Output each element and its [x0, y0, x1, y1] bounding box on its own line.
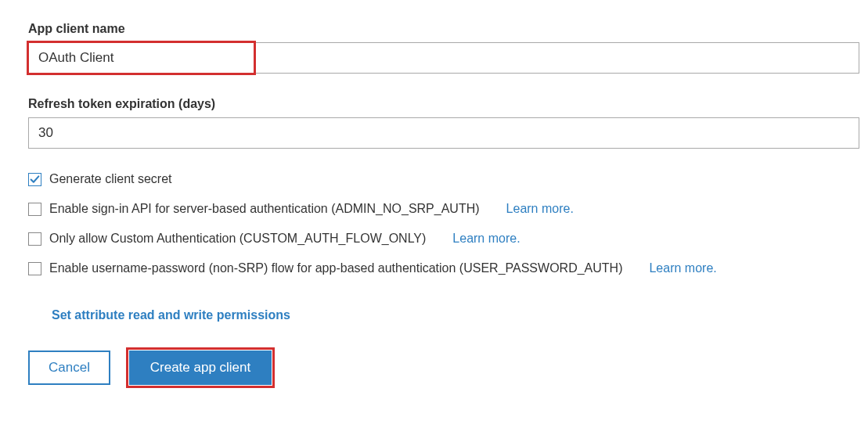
custom-auth-learn-more-link[interactable]: Learn more. — [452, 232, 520, 246]
admin-no-srp-label: Enable sign-in API for server-based auth… — [49, 202, 480, 216]
generate-secret-checkbox[interactable] — [28, 173, 41, 186]
user-password-auth-checkbox[interactable] — [28, 262, 41, 275]
app-client-name-input[interactable] — [28, 42, 859, 74]
custom-auth-checkbox[interactable] — [28, 232, 41, 246]
admin-no-srp-checkbox[interactable] — [28, 203, 41, 216]
button-row: Cancel Create app client — [28, 351, 868, 385]
user-password-auth-learn-more-link[interactable]: Learn more. — [649, 261, 716, 275]
user-password-auth-label: Enable username-password (non-SRP) flow … — [49, 261, 622, 275]
set-permissions-link[interactable]: Set attribute read and write permissions — [52, 308, 290, 322]
app-client-name-input-wrap — [28, 42, 859, 74]
generate-secret-label: Generate client secret — [49, 172, 172, 186]
admin-no-srp-row: Enable sign-in API for server-based auth… — [28, 202, 868, 216]
user-password-auth-row: Enable username-password (non-SRP) flow … — [28, 261, 868, 275]
custom-auth-label: Only allow Custom Authentication (CUSTOM… — [49, 232, 426, 246]
custom-auth-row: Only allow Custom Authentication (CUSTOM… — [28, 232, 868, 246]
create-button-wrap: Create app client — [129, 351, 272, 385]
app-client-name-label: App client name — [28, 22, 868, 36]
check-icon — [30, 174, 40, 185]
create-app-client-button[interactable]: Create app client — [129, 351, 272, 385]
cancel-button[interactable]: Cancel — [28, 351, 110, 385]
refresh-token-input[interactable] — [28, 117, 859, 149]
refresh-token-label: Refresh token expiration (days) — [28, 97, 868, 111]
admin-no-srp-learn-more-link[interactable]: Learn more. — [506, 202, 574, 216]
generate-secret-row: Generate client secret — [28, 172, 868, 186]
